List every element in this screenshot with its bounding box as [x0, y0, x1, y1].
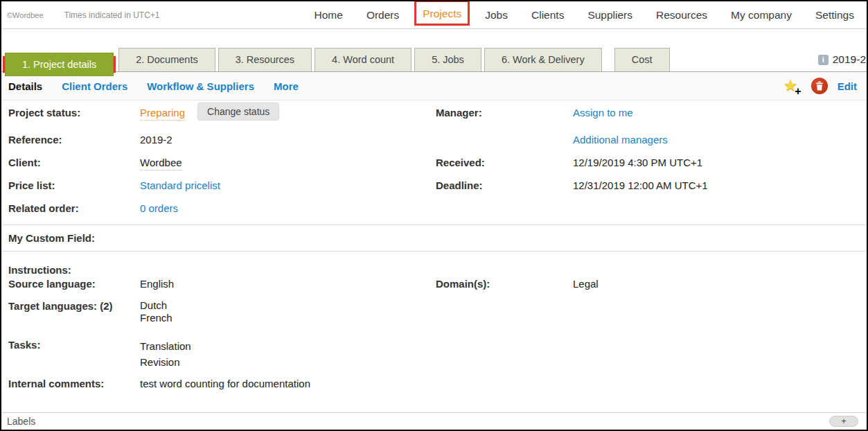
- domains-value: Legal: [573, 277, 599, 291]
- nav-item-jobs[interactable]: Jobs: [485, 9, 508, 21]
- row-price-list: Price list: Standard pricelist Deadline:…: [1, 179, 867, 202]
- copyright-text: ©Wordbee: [7, 11, 44, 19]
- row-client: Client: Wordbee Received: 12/19/2019 4:3…: [1, 156, 867, 179]
- client-label: Client:: [1, 156, 140, 170]
- labels-title: Labels: [7, 416, 35, 427]
- nav-item-home[interactable]: Home: [315, 9, 343, 21]
- row-internal-comments: Internal comments: test word counting fo…: [1, 377, 867, 405]
- timezone-note: Times indicated in UTC+1: [64, 10, 160, 20]
- nav-item-my-company[interactable]: My company: [731, 9, 792, 21]
- subnav-item-more[interactable]: More: [274, 80, 299, 92]
- internal-comments-label: Internal comments:: [1, 377, 140, 391]
- change-status-button[interactable]: Change status: [197, 103, 279, 121]
- row-my-custom-field: My Custom Field:: [1, 225, 867, 251]
- related-order-link[interactable]: 0 orders: [140, 202, 178, 216]
- subnav-item-client-orders[interactable]: Client Orders: [62, 80, 127, 92]
- main-nav: Home Orders Projects Jobs Clients Suppli…: [315, 9, 854, 21]
- add-favorite-star-icon[interactable]: ★ +: [783, 78, 801, 94]
- related-order-label: Related order:: [1, 202, 140, 216]
- source-language-label: Source language:: [1, 277, 140, 291]
- subnav-actions: ★ + Edit: [783, 78, 857, 94]
- project-details-panel: Project status: Preparing Change status …: [1, 100, 867, 405]
- project-tab-strip: 1. Project details 2. Documents 3. Resou…: [1, 46, 867, 72]
- nav-item-orders[interactable]: Orders: [366, 9, 399, 21]
- my-custom-field-label: My Custom Field:: [1, 231, 140, 245]
- nav-item-settings[interactable]: Settings: [815, 9, 854, 21]
- project-status-label: Project status:: [1, 106, 140, 120]
- price-list-link[interactable]: Standard pricelist: [140, 179, 220, 193]
- target-languages-label: Target languages: (2): [1, 299, 140, 313]
- detail-sub-nav: Details Client Orders Workflow & Supplie…: [1, 72, 867, 100]
- internal-comments-value: test word counting for documentation: [140, 377, 310, 391]
- labels-bar: Labels +: [1, 412, 867, 430]
- row-target-languages: Target languages: (2) Dutch French: [1, 299, 867, 334]
- tabstrip-right-group: i 2019-2: [818, 53, 865, 71]
- top-nav-bar: ©Wordbee Times indicated in UTC+1 Home O…: [1, 1, 867, 29]
- app-window: ©Wordbee Times indicated in UTC+1 Home O…: [0, 0, 868, 431]
- domains-label: Domain(s):: [433, 277, 573, 291]
- row-reference: Reference: 2019-2 Additional managers: [1, 133, 867, 156]
- tab-cost[interactable]: Cost: [614, 48, 670, 71]
- annotation-box-project-details-tab: 1. Project details: [3, 56, 116, 73]
- row-project-status: Project status: Preparing Change status …: [1, 106, 867, 133]
- row-tasks: Tasks: Translation Revision: [1, 334, 867, 377]
- source-language-value: English: [140, 277, 174, 291]
- tab-project-details[interactable]: 1. Project details: [5, 53, 114, 76]
- nav-item-suppliers[interactable]: Suppliers: [587, 9, 632, 21]
- client-value[interactable]: Wordbee: [140, 156, 182, 170]
- reference-label: Reference:: [1, 133, 140, 147]
- tab-work-delivery[interactable]: 6. Work & Delivery: [484, 48, 602, 71]
- row-instructions: Instructions:: [1, 252, 867, 277]
- target-language-item: Dutch: [140, 299, 172, 312]
- assign-to-me-link[interactable]: Assign to me: [573, 106, 633, 120]
- task-item: Translation: [140, 338, 191, 354]
- tab-jobs[interactable]: 5. Jobs: [414, 48, 481, 71]
- project-reference-badge: 2019-2: [833, 53, 866, 66]
- add-label-button[interactable]: +: [829, 416, 858, 427]
- received-value: 12/19/2019 4:30 PM UTC+1: [573, 156, 702, 170]
- target-language-item: French: [140, 312, 172, 324]
- nav-item-resources[interactable]: Resources: [656, 9, 707, 21]
- annotation-box-projects: Projects: [414, 0, 470, 26]
- row-source-language: Source language: English Domain(s): Lega…: [1, 277, 867, 299]
- additional-managers-link[interactable]: Additional managers: [573, 133, 668, 147]
- delete-project-trash-icon[interactable]: [811, 78, 828, 94]
- task-item: Revision: [140, 354, 191, 370]
- edit-button[interactable]: Edit: [838, 80, 857, 92]
- tasks-label: Tasks:: [1, 338, 140, 352]
- reference-value: 2019-2: [140, 133, 172, 147]
- nav-item-clients[interactable]: Clients: [531, 9, 564, 21]
- received-label: Received:: [433, 156, 573, 170]
- info-icon[interactable]: i: [818, 55, 829, 65]
- deadline-value: 12/31/2019 12:00 AM UTC+1: [573, 179, 708, 193]
- manager-label: Manager:: [433, 106, 573, 120]
- subnav-item-workflow-suppliers[interactable]: Workflow & Suppliers: [147, 80, 254, 92]
- trash-glyph: [815, 81, 824, 91]
- instructions-label: Instructions:: [1, 263, 140, 277]
- tab-resources[interactable]: 3. Resources: [218, 48, 312, 71]
- tab-word-count[interactable]: 4. Word count: [315, 48, 411, 71]
- subnav-item-details[interactable]: Details: [8, 80, 42, 92]
- project-status-value[interactable]: Preparing: [140, 106, 185, 121]
- tab-documents[interactable]: 2. Documents: [118, 48, 215, 71]
- deadline-label: Deadline:: [433, 179, 573, 193]
- price-list-label: Price list:: [1, 179, 140, 193]
- row-related-order: Related order: 0 orders: [1, 202, 867, 225]
- nav-item-projects[interactable]: Projects: [423, 8, 461, 19]
- star-plus-icon: +: [795, 87, 801, 96]
